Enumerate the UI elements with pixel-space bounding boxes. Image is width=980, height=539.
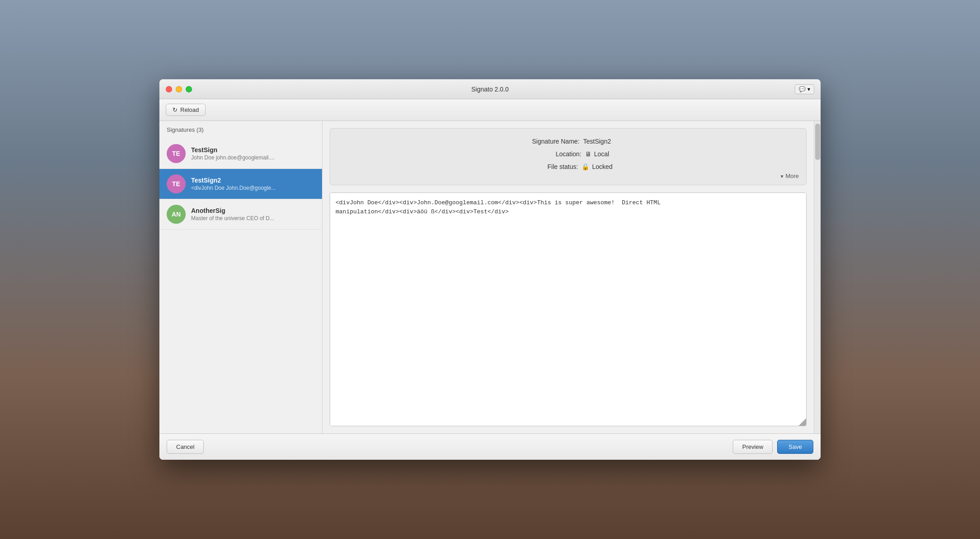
chevron-down-icon: ▾ bbox=[807, 86, 810, 92]
location-text: Local bbox=[594, 150, 609, 158]
sig-name-testsign2: TestSign2 bbox=[191, 177, 315, 184]
sig-name-testsign: TestSign bbox=[191, 146, 315, 154]
main-content: Signatures (3) TE TestSign John Doe john… bbox=[159, 121, 821, 433]
titlebar-right: 💬 ▾ bbox=[795, 84, 814, 94]
info-card: Signature Name: TestSign2 Location: 🖥 Lo… bbox=[330, 128, 807, 185]
maximize-button[interactable] bbox=[186, 86, 192, 92]
sig-subtitle-anothersig: Master of the universe CEO of D... bbox=[191, 215, 315, 221]
save-button[interactable]: Save bbox=[777, 440, 813, 454]
minimize-button[interactable] bbox=[176, 86, 182, 92]
app-window: Signato 2.0.0 💬 ▾ ↻ Reload Signatures (3… bbox=[159, 79, 821, 460]
resize-handle[interactable] bbox=[799, 419, 806, 426]
file-status-row: File status: 🔒 Locked bbox=[344, 163, 793, 170]
computer-icon: 🖥 bbox=[585, 150, 591, 158]
close-button[interactable] bbox=[166, 86, 172, 92]
scrollbar-track bbox=[814, 121, 821, 433]
sidebar-header: Signatures (3) bbox=[159, 121, 322, 139]
bottom-bar: Cancel Preview Save bbox=[159, 433, 821, 460]
file-status-label: File status: bbox=[524, 163, 578, 170]
preview-button[interactable]: Preview bbox=[733, 440, 773, 454]
sig-subtitle-testsign: John Doe john.doe@googlemail.... bbox=[191, 154, 315, 161]
avatar-anothersig: AN bbox=[167, 205, 186, 224]
sig-name-anothersig: AnotherSig bbox=[191, 207, 315, 214]
html-editor[interactable]: <divJohn Doe</div><div>John.Doe@googlema… bbox=[330, 193, 806, 426]
sig-info-anothersig: AnotherSig Master of the universe CEO of… bbox=[191, 207, 315, 221]
signature-name-value: TestSign2 bbox=[583, 138, 611, 145]
location-row: Location: 🖥 Local bbox=[344, 150, 793, 158]
signature-name-row: Signature Name: TestSign2 bbox=[344, 138, 793, 145]
scrollbar-thumb[interactable] bbox=[815, 124, 820, 160]
reload-label: Reload bbox=[180, 106, 199, 113]
avatar-testsign2: TE bbox=[167, 174, 186, 193]
sidebar-item-anothersig[interactable]: AN AnotherSig Master of the universe CEO… bbox=[159, 199, 322, 230]
reload-button[interactable]: ↻ Reload bbox=[166, 104, 206, 116]
sig-info-testsign2: TestSign2 <divJohn Doe John.Doe@google..… bbox=[191, 177, 315, 191]
lock-icon: 🔒 bbox=[581, 163, 589, 170]
sidebar: Signatures (3) TE TestSign John Doe john… bbox=[159, 121, 322, 433]
sidebar-item-testsign[interactable]: TE TestSign John Doe john.doe@googlemail… bbox=[159, 139, 322, 169]
comment-icon: 💬 bbox=[799, 86, 806, 92]
more-button[interactable]: More bbox=[780, 173, 799, 179]
feedback-button[interactable]: 💬 ▾ bbox=[795, 84, 814, 94]
sig-subtitle-testsign2: <divJohn Doe John.Doe@google... bbox=[191, 185, 315, 191]
avatar-testsign: TE bbox=[167, 144, 186, 163]
file-status-value: 🔒 Locked bbox=[581, 163, 612, 170]
detail-panel: Signature Name: TestSign2 Location: 🖥 Lo… bbox=[322, 121, 814, 433]
sig-info-testsign: TestSign John Doe john.doe@googlemail...… bbox=[191, 146, 315, 161]
toolbar: ↻ Reload bbox=[159, 99, 821, 121]
window-controls bbox=[166, 86, 192, 92]
action-buttons: Preview Save bbox=[733, 440, 813, 454]
reload-icon: ↻ bbox=[173, 106, 178, 113]
location-label: Location: bbox=[527, 150, 581, 158]
window-title: Signato 2.0.0 bbox=[471, 86, 509, 93]
cancel-button[interactable]: Cancel bbox=[167, 440, 204, 454]
file-status-text: Locked bbox=[592, 163, 612, 170]
editor-container: <divJohn Doe</div><div>John.Doe@googlema… bbox=[330, 192, 807, 426]
sidebar-item-testsign2[interactable]: TE TestSign2 <divJohn Doe John.Doe@googl… bbox=[159, 169, 322, 199]
signature-name-label: Signature Name: bbox=[525, 138, 580, 145]
location-value: 🖥 Local bbox=[585, 150, 609, 158]
titlebar: Signato 2.0.0 💬 ▾ bbox=[159, 79, 821, 99]
